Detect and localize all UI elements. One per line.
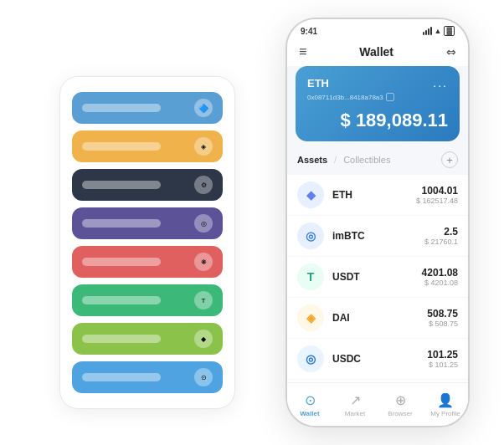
status-time: 9:41 (301, 27, 317, 36)
nav-icon-market: ↗ (350, 392, 361, 408)
asset-name-dai: DAI (332, 312, 419, 324)
phone: 9:41 ▲ ▓ ≡ Wallet ⇔ (285, 18, 470, 427)
asset-name-eth: ETH (332, 189, 408, 201)
card-bar-8 (82, 373, 161, 381)
card-item-3: ⚙ (72, 169, 223, 201)
card-bar-4 (82, 219, 161, 228)
asset-usd-amount: $ 101.25 (427, 361, 458, 369)
asset-icon-usdt: T (297, 263, 324, 290)
card-icon-3: ⚙ (194, 176, 213, 194)
tab-assets[interactable]: Assets (297, 155, 327, 165)
nav-item-profile[interactable]: 👤 My Profile (423, 392, 468, 417)
card-icon-8: ⊙ (194, 368, 213, 386)
tab-collectibles[interactable]: Collectibles (343, 155, 390, 165)
copy-icon[interactable] (386, 93, 394, 101)
card-item-2: ◈ (72, 130, 223, 162)
nav-label-profile: My Profile (430, 410, 460, 417)
card-icon-6: T (194, 291, 213, 309)
asset-amounts-dai: 508.75 $ 508.75 (427, 308, 458, 328)
status-icons: ▲ ▓ (423, 26, 455, 36)
nav-label-wallet: Wallet (300, 410, 319, 417)
asset-name-usdc: USDC (332, 353, 419, 365)
card-bar-5 (82, 258, 161, 266)
asset-row-imbtc[interactable]: ◎ imBTC 2.5 $ 21760.1 (287, 216, 468, 256)
nav-icon-profile: 👤 (437, 392, 454, 408)
card-stack: 🔷 ◈ ⚙ ◎ ❋ T ◆ ⊙ (59, 76, 235, 409)
phone-notch-area: 9:41 ▲ ▓ (287, 19, 468, 39)
asset-amounts-usdt: 4201.08 $ 4201.08 (422, 267, 458, 287)
asset-main-amount: 4201.08 (422, 267, 458, 279)
nav-label-browser: Browser (388, 410, 412, 417)
nav-item-wallet[interactable]: ⊙ Wallet (287, 392, 332, 417)
eth-card-label: ETH (307, 77, 329, 90)
scene: 🔷 ◈ ⚙ ◎ ❋ T ◆ ⊙ (9, 9, 495, 436)
asset-usd-amount: $ 4201.08 (422, 279, 458, 287)
asset-main-amount: 1004.01 (416, 185, 458, 197)
asset-usd-amount: $ 162517.48 (416, 197, 458, 205)
phone-header: ≡ Wallet ⇔ (287, 39, 468, 66)
nav-label-market: Market (345, 410, 365, 417)
asset-name-imbtc: imBTC (332, 230, 416, 242)
asset-icon-usdc: ◎ (297, 345, 324, 372)
bottom-nav: ⊙ Wallet ↗ Market ⊕ Browser 👤 My Profile (287, 382, 468, 426)
card-icon-5: ❋ (194, 253, 213, 271)
asset-row-eth[interactable]: ◆ ETH 1004.01 $ 162517.48 (287, 175, 468, 215)
eth-card-header: ETH ... (307, 76, 448, 90)
eth-address-text: 0x08711d3b...8418a78a3 (307, 94, 383, 101)
asset-row-usdc[interactable]: ◎ USDC 101.25 $ 101.25 (287, 339, 468, 379)
menu-icon[interactable]: ≡ (299, 44, 306, 59)
phone-content: ETH ... 0x08711d3b...8418a78a3 $ 189,089… (287, 66, 468, 426)
signal-icon (423, 27, 432, 35)
asset-icon-imbtc: ◎ (297, 222, 324, 249)
card-item-4: ◎ (72, 207, 223, 239)
card-bar-3 (82, 181, 161, 189)
card-icon-1: 🔷 (194, 99, 213, 117)
asset-name-usdt: USDT (332, 271, 414, 283)
nav-icon-wallet: ⊙ (305, 392, 316, 408)
assets-tabs: Assets / Collectibles (297, 155, 390, 165)
asset-amounts-eth: 1004.01 $ 162517.48 (416, 185, 458, 205)
assets-header: Assets / Collectibles + (287, 151, 468, 175)
nav-icon-browser: ⊕ (395, 392, 406, 408)
page-title: Wallet (359, 45, 393, 59)
tab-separator: / (334, 155, 337, 165)
nav-item-market[interactable]: ↗ Market (332, 392, 378, 417)
asset-row-usdt[interactable]: T USDT 4201.08 $ 4201.08 (287, 257, 468, 297)
asset-amounts-usdc: 101.25 $ 101.25 (427, 349, 458, 369)
eth-card: ETH ... 0x08711d3b...8418a78a3 $ 189,089… (296, 66, 460, 141)
asset-main-amount: 101.25 (427, 349, 458, 361)
asset-main-amount: 508.75 (427, 308, 458, 320)
card-icon-2: ◈ (194, 137, 213, 156)
card-bar-7 (82, 335, 161, 343)
asset-row-dai[interactable]: ◈ DAI 508.75 $ 508.75 (287, 298, 468, 338)
card-item-6: T (72, 284, 223, 316)
eth-card-menu[interactable]: ... (433, 76, 448, 90)
eth-address: 0x08711d3b...8418a78a3 (307, 93, 448, 101)
wifi-icon: ▲ (435, 27, 442, 35)
card-bar-2 (82, 142, 161, 151)
card-item-1: 🔷 (72, 92, 223, 124)
status-bar: 9:41 ▲ ▓ (301, 26, 455, 39)
card-bar-1 (82, 104, 161, 112)
asset-amounts-imbtc: 2.5 $ 21760.1 (424, 226, 458, 246)
card-item-7: ◆ (72, 323, 223, 355)
asset-usd-amount: $ 508.75 (427, 320, 458, 328)
battery-icon: ▓ (444, 26, 455, 36)
card-bar-6 (82, 296, 161, 304)
asset-usd-amount: $ 21760.1 (424, 238, 458, 246)
nav-item-browser[interactable]: ⊕ Browser (378, 392, 423, 417)
card-item-8: ⊙ (72, 361, 223, 393)
card-icon-7: ◆ (194, 330, 213, 348)
asset-icon-dai: ◈ (297, 304, 324, 331)
card-item-5: ❋ (72, 246, 223, 278)
add-asset-button[interactable]: + (441, 151, 458, 168)
asset-main-amount: 2.5 (424, 226, 458, 238)
card-icon-4: ◎ (194, 214, 213, 233)
eth-balance: $ 189,089.11 (307, 110, 448, 131)
asset-icon-eth: ◆ (297, 182, 324, 208)
scan-icon[interactable]: ⇔ (446, 45, 456, 59)
